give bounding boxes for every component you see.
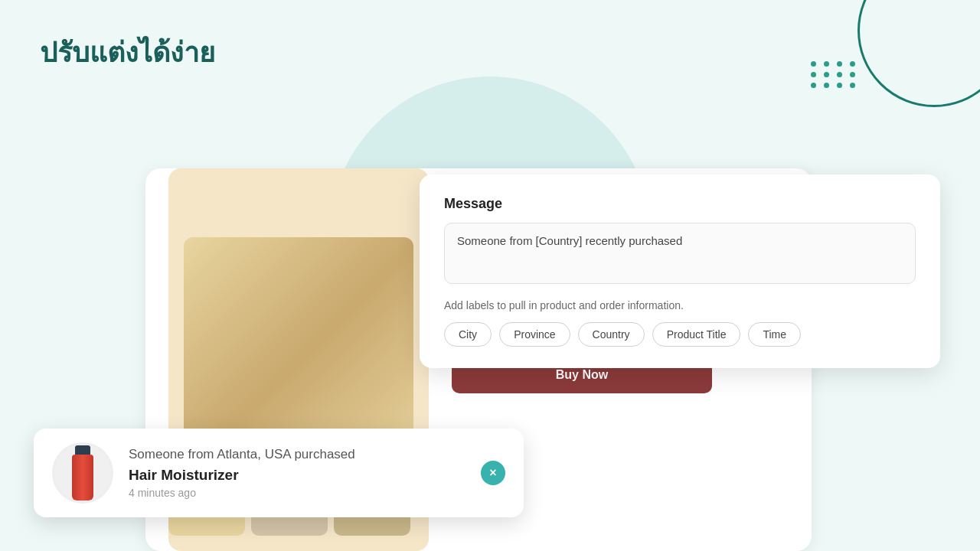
message-heading: Message — [444, 196, 916, 212]
label-tag-time[interactable]: Time — [748, 322, 801, 347]
tube-cap — [75, 445, 90, 455]
message-card: Message Someone from [Country] recently … — [420, 174, 940, 368]
header-title: ปรับแต่งได้ง่าย — [40, 31, 215, 74]
label-tag-province[interactable]: Province — [499, 322, 570, 347]
label-tags-container: City Province Country Product Title Time — [444, 322, 916, 347]
notification-close-button[interactable]: × — [481, 461, 505, 485]
notification-text: Someone from Atlanta, USA purchased Hair… — [129, 447, 466, 499]
dots-grid — [811, 61, 858, 88]
labels-hint: Add labels to pull in product and order … — [444, 299, 916, 311]
notification-time: 4 minutes ago — [129, 487, 466, 499]
label-tag-city[interactable]: City — [444, 322, 492, 347]
notification-avatar — [52, 442, 113, 504]
message-textarea[interactable]: Someone from [Country] recently purchase… — [444, 223, 916, 284]
label-tag-country[interactable]: Country — [578, 322, 645, 347]
label-tag-product-title[interactable]: Product Title — [652, 322, 741, 347]
notification-product-name: Hair Moisturizer — [129, 467, 466, 484]
tube-body — [72, 455, 93, 500]
notification-purchase-text: Someone from Atlanta, USA purchased — [129, 447, 466, 462]
notification-popup: Someone from Atlanta, USA purchased Hair… — [34, 429, 524, 517]
bg-circle-top-right — [858, 0, 980, 107]
